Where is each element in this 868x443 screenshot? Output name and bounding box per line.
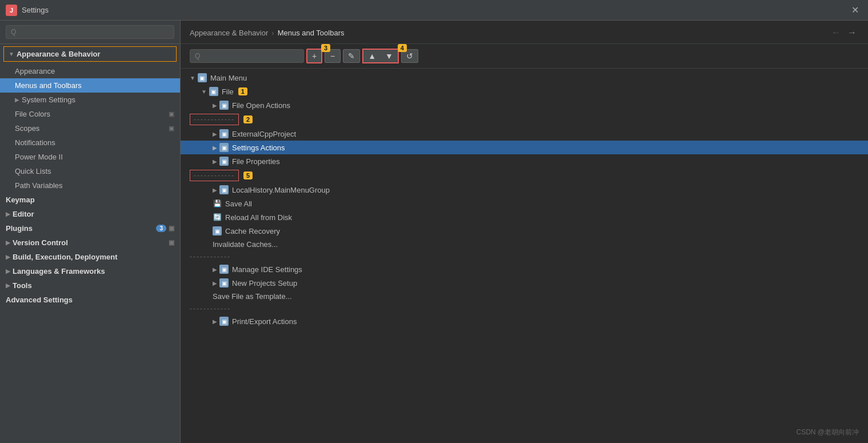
chevron-right-icon	[213, 102, 217, 109]
plugins-badge: 3	[156, 225, 166, 232]
tree-item-label: Main Menu	[210, 74, 247, 82]
sidebar-item-version-control[interactable]: Version Control ▣	[0, 236, 180, 250]
add-button[interactable]: +	[306, 49, 322, 63]
move-buttons: ▲ ▼	[362, 49, 399, 63]
sidebar-item-label: Path Variables	[15, 181, 63, 190]
sidebar-item-notifications[interactable]: Notifications	[0, 135, 180, 150]
version-control-icon: ▣	[169, 239, 174, 246]
folder-icon: ▣	[219, 185, 229, 194]
tree-item-file-properties[interactable]: ▣ File Properties	[181, 154, 868, 168]
sidebar-item-label: Advanced Settings	[6, 296, 73, 304]
sidebar-item-label: File Colors	[15, 110, 50, 118]
folder-icon: ▣	[219, 157, 229, 166]
back-arrow[interactable]: ←	[829, 26, 843, 39]
sidebar-item-languages-frameworks[interactable]: Languages & Frameworks	[0, 264, 180, 278]
folder-icon: ▣	[219, 317, 229, 326]
sidebar-item-power-mode[interactable]: Power Mode II	[0, 150, 180, 164]
chevron-right-icon	[213, 131, 217, 137]
chevron-down-icon	[190, 75, 195, 81]
tree-item-label: Reload All from Disk	[225, 213, 292, 222]
sidebar-item-quick-lists[interactable]: Quick Lists	[0, 164, 180, 178]
tree-item-label: Cache Recovery	[225, 227, 280, 236]
tree-item-manage-ide[interactable]: ▣ Manage IDE Settings	[181, 262, 868, 276]
main-layout: Appearance & Behavior Appearance Menus a…	[0, 21, 868, 443]
nav-arrows: ← →	[829, 26, 859, 39]
sidebar-item-advanced-settings[interactable]: Advanced Settings	[0, 293, 180, 307]
close-button[interactable]: ✕	[848, 3, 862, 17]
chevron-right-icon	[6, 211, 10, 217]
title-bar-left: J Settings	[6, 5, 49, 16]
chevron-right-icon	[6, 240, 10, 246]
tree-item-cache-recovery[interactable]: ▣ Cache Recovery	[181, 224, 868, 238]
sidebar-item-label: Notifications	[15, 138, 55, 147]
folder-icon: ▣	[219, 278, 229, 288]
sidebar-item-tools[interactable]: Tools	[0, 278, 180, 293]
separator-label: ------------	[190, 305, 231, 313]
sidebar-item-build-execution[interactable]: Build, Execution, Deployment	[0, 250, 180, 264]
sidebar-item-appearance-behavior[interactable]: Appearance & Behavior	[3, 46, 177, 62]
tree-area: ▣ Main Menu ▣ File 1 ▣ File Open Actions	[181, 69, 868, 443]
badge-1: 1	[238, 87, 247, 95]
sidebar-item-keymap[interactable]: Keymap	[0, 193, 180, 207]
tree-item-file[interactable]: ▣ File 1	[181, 85, 868, 98]
chevron-right-icon	[213, 266, 217, 273]
sidebar-item-editor[interactable]: Editor	[0, 207, 180, 221]
sidebar-item-system-settings[interactable]: System Settings	[0, 93, 180, 107]
tree-item-new-projects-setup[interactable]: ▣ New Projects Setup	[181, 276, 868, 290]
sidebar-item-appearance[interactable]: Appearance	[0, 64, 180, 78]
sidebar-item-label: Appearance	[15, 67, 55, 75]
tree-item-separator-2[interactable]: ------------ 5	[181, 168, 868, 183]
move-down-button[interactable]: ▼	[381, 50, 398, 62]
forward-arrow[interactable]: →	[845, 26, 859, 39]
badge-2: 2	[243, 115, 253, 123]
tree-item-external-cpp[interactable]: ▣ ExternalCppProject	[181, 127, 868, 141]
tree-item-label: LocalHistory.MainMenuGroup	[232, 186, 330, 194]
tree-item-invalidate-caches[interactable]: Invalidate Caches...	[181, 238, 868, 251]
toolbar-search-input[interactable]	[190, 49, 304, 63]
tree-item-main-menu[interactable]: ▣ Main Menu	[181, 71, 868, 85]
sidebar-search-input[interactable]	[6, 25, 174, 39]
sidebar-item-scopes[interactable]: Scopes ▣	[0, 121, 180, 135]
sidebar-item-path-variables[interactable]: Path Variables	[0, 178, 180, 193]
scopes-icon: ▣	[169, 125, 174, 132]
tree-item-separator-4[interactable]: ------------	[181, 303, 868, 314]
watermark: CSDN @老胡向前冲	[796, 428, 859, 437]
tree-item-save-all[interactable]: 💾 Save All	[181, 197, 868, 210]
breadcrumb-current: Menus and Toolbars	[278, 29, 345, 37]
tree-item-label: New Projects Setup	[232, 279, 297, 288]
tree-item-label: Save All	[225, 199, 252, 208]
tree-item-local-history[interactable]: ▣ LocalHistory.MainMenuGroup	[181, 183, 868, 197]
badge-3: 3	[321, 44, 330, 52]
sidebar-search-container	[0, 21, 180, 44]
tree-item-reload-all[interactable]: 🔄 Reload All from Disk	[181, 210, 868, 224]
plugins-icon: ▣	[169, 225, 174, 232]
tree-item-separator-3[interactable]: ------------	[181, 251, 868, 262]
move-up-button[interactable]: ▲	[363, 50, 381, 62]
title-bar: J Settings ✕	[0, 0, 868, 21]
tree-item-separator-1[interactable]: ------------ 2	[181, 112, 868, 127]
sidebar-item-file-colors[interactable]: File Colors ▣	[0, 107, 180, 121]
sidebar-item-plugins[interactable]: Plugins 3 ▣	[0, 221, 180, 236]
chevron-right-icon	[6, 282, 10, 289]
content: Appearance & Behavior › Menus and Toolba…	[181, 21, 868, 443]
chevron-right-icon	[6, 268, 10, 274]
chevron-right-icon	[15, 97, 19, 103]
tree-item-label: Manage IDE Settings	[232, 265, 302, 274]
tree-item-label: Print/Export Actions	[232, 317, 297, 326]
tree-item-settings-actions[interactable]: ▣ Settings Actions	[181, 141, 868, 154]
tree-item-file-open-actions[interactable]: ▣ File Open Actions	[181, 98, 868, 112]
tree-item-save-file-template[interactable]: Save File as Template...	[181, 290, 868, 303]
save-icon: 💾	[213, 199, 222, 208]
content-wrapper: Appearance & Behavior › Menus and Toolba…	[181, 21, 868, 443]
sidebar-item-label: Plugins	[6, 224, 33, 233]
chevron-down-icon	[201, 89, 207, 95]
edit-button[interactable]: ✎	[343, 49, 360, 63]
chevron-right-icon	[213, 280, 217, 286]
window-title: Settings	[22, 6, 49, 14]
sidebar-item-menus-toolbars[interactable]: Menus and Toolbars	[0, 78, 180, 93]
tree-item-print-export[interactable]: ▣ Print/Export Actions	[181, 314, 868, 328]
chevron-right-icon	[213, 158, 217, 165]
sidebar-item-label: Menus and Toolbars	[15, 81, 82, 90]
chevron-right-icon	[213, 318, 217, 325]
toolbar: + 3 − ✎ ▲ ▼ 4 ↺	[181, 44, 868, 69]
